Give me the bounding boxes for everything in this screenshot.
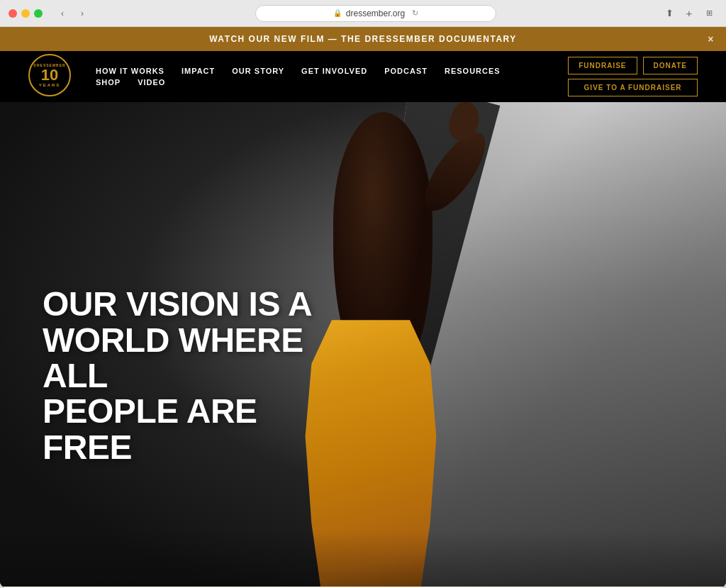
fundraise-button[interactable]: FUNDRAISE	[568, 57, 637, 74]
announcement-text: WATCH OUR NEW FILM — THE DRESSEMBER DOCU…	[209, 34, 517, 44]
nav-btn-row-2: GIVE TO A FUNDRAISER	[568, 79, 698, 96]
logo-inner: DRESSEMBER 10 YEARS	[28, 54, 71, 96]
logo-subtitle: YEARS	[39, 83, 61, 87]
nav-controls: ‹ ›	[54, 6, 91, 21]
security-icon: 🔒	[333, 9, 342, 17]
announcement-bar: WATCH OUR NEW FILM — THE DRESSEMBER DOCU…	[0, 27, 726, 51]
close-window-button[interactable]	[9, 9, 17, 18]
maximize-window-button[interactable]	[34, 9, 43, 18]
browser-window: ‹ › 🔒 dressember.org ↻ ⬆ + ⊞ WATCH OUR N…	[0, 0, 726, 588]
website-content: WATCH OUR NEW FILM — THE DRESSEMBER DOCU…	[0, 27, 726, 588]
nav-link-resources[interactable]: RESOURCES	[445, 67, 501, 75]
nav-link-our-story[interactable]: OUR STORY	[232, 67, 284, 75]
nav-btn-row-1: FUNDRAISE DONATE	[568, 57, 698, 74]
hero-headline-line1: OUR VISION IS A	[43, 287, 340, 322]
logo-number: 10	[41, 67, 58, 83]
title-bar: ‹ › 🔒 dressember.org ↻ ⬆ + ⊞	[0, 0, 726, 27]
hero-headline: OUR VISION IS A WORLD WHERE ALL PEOPLE A…	[43, 287, 340, 465]
nav-link-how-it-works[interactable]: HOW IT WORKS	[96, 67, 164, 75]
minimize-window-button[interactable]	[21, 9, 30, 18]
back-button[interactable]: ‹	[54, 6, 71, 21]
nav-links: HOW IT WORKS IMPACT OUR STORY GET INVOLV…	[96, 67, 554, 87]
reload-icon[interactable]: ↻	[412, 9, 418, 18]
nav-link-video[interactable]: VIDEO	[138, 78, 165, 87]
share-button[interactable]: ⬆	[661, 6, 678, 21]
url-text: dressember.org	[346, 9, 405, 18]
logo[interactable]: DRESSEMBER 10 YEARS	[28, 54, 74, 100]
main-nav: DRESSEMBER 10 YEARS HOW IT WORKS IMPACT …	[0, 51, 726, 102]
nav-link-shop[interactable]: SHOP	[96, 78, 121, 87]
address-bar[interactable]: 🔒 dressember.org ↻	[255, 5, 496, 22]
hero-headline-line3: PEOPLE ARE FREE	[43, 394, 340, 465]
tab-overview-button[interactable]: ⊞	[700, 6, 717, 21]
address-bar-container: 🔒 dressember.org ↻	[96, 5, 655, 22]
nav-buttons: FUNDRAISE DONATE GIVE TO A FUNDRAISER	[568, 57, 698, 96]
traffic-lights	[9, 9, 43, 18]
nav-link-get-involved[interactable]: GET INVOLVED	[301, 67, 367, 75]
nav-link-podcast[interactable]: PODCAST	[384, 67, 428, 75]
announcement-close-button[interactable]: ×	[708, 33, 715, 45]
hero-bottom-fade	[0, 530, 726, 587]
nav-link-impact[interactable]: IMPACT	[182, 67, 215, 75]
nav-row-1: HOW IT WORKS IMPACT OUR STORY GET INVOLV…	[96, 67, 554, 75]
donate-button[interactable]: DONATE	[643, 57, 698, 74]
hero-text: OUR VISION IS A WORLD WHERE ALL PEOPLE A…	[43, 287, 340, 465]
hero-section: OUR VISION IS A WORLD WHERE ALL PEOPLE A…	[0, 102, 726, 587]
forward-button[interactable]: ›	[74, 6, 91, 21]
new-tab-button[interactable]: +	[681, 6, 698, 21]
give-to-fundraiser-button[interactable]: GIVE TO A FUNDRAISER	[568, 79, 698, 96]
nav-row-2: SHOP VIDEO	[96, 78, 554, 87]
hero-headline-line2: WORLD WHERE ALL	[43, 323, 340, 394]
title-bar-actions: ⬆ + ⊞	[661, 6, 717, 21]
